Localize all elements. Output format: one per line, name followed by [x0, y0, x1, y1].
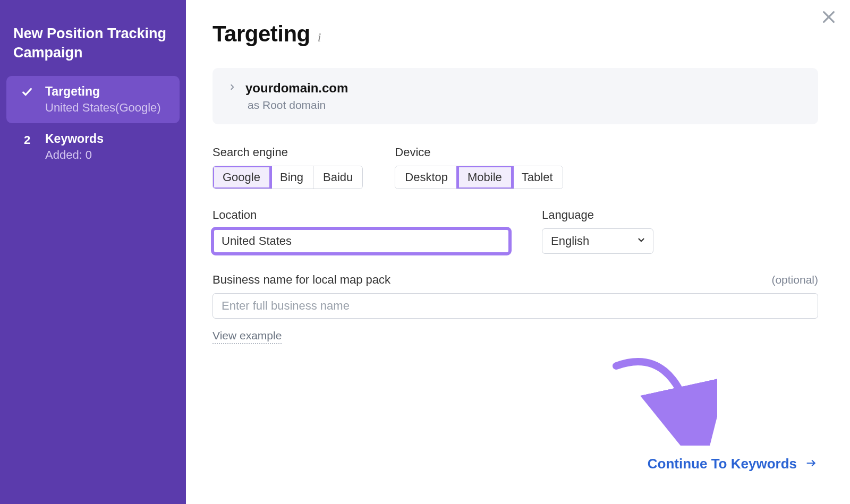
continue-button[interactable]: Continue To Keywords	[648, 456, 818, 472]
search-engine-option-google[interactable]: Google	[213, 166, 270, 189]
search-engine-group: Google Bing Baidu	[212, 166, 363, 189]
location-label: Location	[212, 208, 510, 222]
info-icon[interactable]: i	[318, 30, 321, 45]
sidebar-item-label: Keywords	[45, 132, 104, 146]
business-label: Business name for local map pack	[212, 273, 390, 287]
language-value: English	[542, 228, 653, 254]
search-engine-label: Search engine	[212, 146, 363, 159]
business-input[interactable]	[212, 293, 818, 319]
sidebar-item-sub: United States(Google)	[45, 101, 161, 115]
location-input[interactable]	[212, 228, 510, 254]
domain-summary[interactable]: yourdomain.com as Root domain	[212, 68, 818, 124]
page-title: Targeting	[212, 21, 310, 47]
sidebar-item-label: Targeting	[45, 84, 161, 99]
sidebar-title: New Position Tracking Campaign	[0, 16, 186, 76]
optional-label: (optional)	[771, 274, 818, 286]
sidebar-item-keywords[interactable]: 2 Keywords Added: 0	[6, 123, 180, 170]
domain-name: yourdomain.com	[245, 81, 348, 96]
device-label: Device	[395, 146, 563, 159]
view-example-link[interactable]: View example	[212, 329, 282, 344]
annotation-arrow-icon	[600, 350, 717, 446]
device-group: Desktop Mobile Tablet	[395, 166, 563, 189]
continue-label: Continue To Keywords	[648, 456, 797, 472]
close-button[interactable]	[817, 5, 840, 29]
device-option-desktop[interactable]: Desktop	[395, 166, 458, 189]
device-option-tablet[interactable]: Tablet	[512, 166, 563, 189]
device-option-mobile[interactable]: Mobile	[458, 166, 512, 189]
search-engine-option-baidu[interactable]: Baidu	[313, 166, 362, 189]
arrow-right-icon	[804, 456, 818, 472]
sidebar: New Position Tracking Campaign Targeting…	[0, 0, 186, 504]
check-icon	[21, 86, 33, 100]
main-panel: Targeting i yourdomain.com as Root domai…	[186, 0, 850, 504]
sidebar-item-targeting[interactable]: Targeting United States(Google)	[6, 76, 180, 123]
language-label: Language	[542, 208, 653, 222]
search-engine-option-bing[interactable]: Bing	[270, 166, 313, 189]
language-select[interactable]: English	[542, 228, 653, 254]
step-number: 2	[24, 133, 30, 147]
domain-type: as Root domain	[248, 99, 802, 112]
chevron-right-icon	[228, 82, 236, 94]
sidebar-item-sub: Added: 0	[45, 148, 104, 162]
